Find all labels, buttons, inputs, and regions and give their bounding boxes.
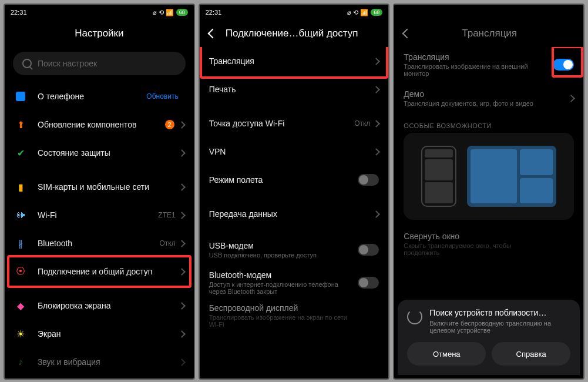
row-about[interactable]: О телефоне Обновить: [5, 82, 194, 110]
chevron-icon: [178, 121, 186, 129]
chevron-icon: [178, 183, 186, 191]
row-hotspot[interactable]: Точка доступа Wi-Fi Откл: [200, 109, 389, 138]
chevron-icon: [178, 212, 186, 219]
chevron-icon: [178, 302, 186, 310]
row-components[interactable]: ⬆ Обновление компонентов 2: [5, 110, 194, 139]
search-icon: [22, 59, 32, 68]
update-icon: ⬆: [14, 118, 27, 131]
chevron-icon: [372, 58, 380, 65]
chevron-icon: [178, 149, 186, 157]
header: Трансляция: [394, 20, 583, 47]
screen-settings: 22:31 ⌀ ⟲ 📶 68 Настройки Поиск настроек …: [4, 4, 195, 380]
sim-icon: ▮: [14, 180, 27, 193]
row-usb-tether[interactable]: USB-модем USB подключено, проверьте дост…: [200, 234, 389, 266]
bt-tether-toggle[interactable]: [358, 277, 379, 289]
row-airplane[interactable]: Режим полета: [200, 166, 389, 194]
display-icon: ☀: [14, 327, 27, 340]
bluetooth-icon: ∦: [14, 237, 27, 250]
chevron-icon: [178, 240, 186, 247]
row-sound[interactable]: ♪ Звук и вибрация: [5, 348, 194, 376]
chevron-icon: [372, 148, 380, 156]
chevron-icon: [178, 358, 186, 366]
header: Настройки: [5, 20, 194, 47]
tv-glyph-icon: [467, 146, 556, 207]
cancel-button[interactable]: Отмена: [407, 342, 486, 366]
help-button[interactable]: Справка: [492, 342, 570, 366]
section-header: ОСОБЫЕ ВОЗМОЖНОСТИ: [394, 114, 583, 133]
spinner-icon: [407, 309, 422, 324]
settings-list: О телефоне Обновить ⬆ Обновление компоне…: [5, 82, 194, 378]
battery-indicator: 68: [176, 9, 188, 16]
usb-tether-toggle[interactable]: [358, 244, 379, 256]
row-minimize[interactable]: Свернуть окно Скрыть транслируемое окно,…: [394, 228, 583, 260]
row-print[interactable]: Печать: [200, 75, 389, 103]
back-button[interactable]: [207, 29, 217, 39]
status-icons: ⌀ ⟲ 📶: [153, 9, 174, 16]
airplane-toggle[interactable]: [358, 174, 379, 186]
chevron-icon: [372, 86, 380, 93]
row-vpn[interactable]: VPN: [200, 138, 389, 166]
battery-indicator: 68: [371, 9, 382, 16]
row-display[interactable]: ☀ Экран: [5, 320, 194, 348]
update-badge[interactable]: Обновить: [146, 92, 178, 100]
row-cast[interactable]: Трансляция: [200, 47, 389, 75]
chevron-icon: [567, 95, 575, 102]
phone-glyph-icon: [421, 146, 456, 207]
row-cast-toggle[interactable]: Трансляция Транслировать изображение на …: [394, 47, 583, 82]
status-bar: 22:31 ⌀ ⟲ 📶 68: [200, 5, 389, 20]
row-sim[interactable]: ▮ SIM-карты и мобильные сети: [5, 173, 194, 201]
status-time: 22:31: [206, 9, 222, 16]
row-wifi[interactable]: 🕪 Wi-Fi ZTE1: [5, 201, 194, 229]
chevron-icon: [178, 330, 186, 338]
status-bar: 22:31 ⌀ ⟲ 📶 68: [5, 5, 194, 20]
page-title: Трансляция: [405, 28, 574, 39]
status-time: 22:31: [11, 9, 27, 16]
row-bluetooth[interactable]: ∦ Bluetooth Откл: [5, 229, 194, 257]
search-placeholder: Поиск настроек: [38, 59, 97, 68]
row-lockscreen[interactable]: ◆ Блокировка экрана: [5, 291, 194, 320]
page-title: Настройки: [75, 28, 123, 39]
shield-icon: ✔: [14, 146, 27, 159]
search-input[interactable]: Поиск настроек: [13, 52, 186, 75]
row-bt-tether[interactable]: Bluetooth-модем Доступ к интернет-подклю…: [200, 266, 389, 300]
chevron-icon: [372, 120, 380, 128]
row-demo[interactable]: Демо Трансляция документов, игр, фото и …: [394, 82, 583, 114]
status-icons: ⌀ ⟲ 📶: [347, 9, 368, 16]
page-title: Подключение…бщий доступ: [226, 28, 358, 39]
screen-cast: Трансляция Трансляция Транслировать изоб…: [393, 4, 584, 380]
wifi-icon: 🕪: [14, 209, 27, 222]
cast-toggle[interactable]: [553, 59, 574, 71]
chevron-icon: [178, 268, 186, 276]
share-icon: ⦿: [14, 265, 27, 278]
header: Подключение…бщий доступ: [200, 20, 389, 47]
row-connection-sharing[interactable]: ⦿ Подключение и общий доступ: [5, 257, 194, 286]
count-badge: 2: [165, 120, 174, 129]
search-devices-popup: Поиск устройств поблизости… Включите бес…: [398, 300, 580, 375]
popup-title: Поиск устройств поблизости…: [429, 308, 570, 317]
lock-icon: ◆: [14, 299, 27, 312]
row-data-usage[interactable]: Передача данных: [200, 200, 389, 228]
chevron-icon: [372, 210, 380, 218]
screen-connection: 22:31 ⌀ ⟲ 📶 68 Подключение…бщий доступ Т…: [199, 4, 390, 380]
row-security[interactable]: ✔ Состояние защиты: [5, 139, 194, 167]
sound-icon: ♪: [14, 356, 27, 368]
connection-list: Трансляция Печать Точка доступа Wi-Fi От…: [200, 47, 389, 378]
about-icon: [14, 90, 27, 103]
row-wireless-display[interactable]: Беспроводной дисплей Транслировать изобр…: [200, 300, 389, 331]
popup-subtitle: Включите беспроводную трансляцию на целе…: [429, 320, 570, 334]
status-bar: [394, 5, 583, 20]
cast-preview: [404, 133, 574, 220]
